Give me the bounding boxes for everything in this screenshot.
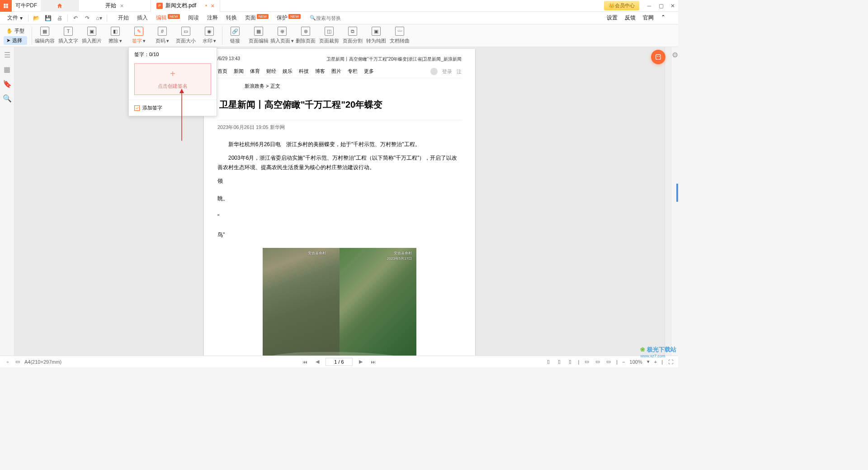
zoom-level[interactable]: 100%: [630, 359, 642, 365]
tool-insert-image[interactable]: ▣插入图片: [80, 27, 104, 44]
resize-handle[interactable]: [676, 184, 678, 202]
home-nav-icon[interactable]: ⌂▾: [95, 14, 103, 22]
print-icon[interactable]: 🖨: [56, 14, 64, 22]
tool-erase[interactable]: ◧擦除▾: [104, 27, 127, 44]
thumbnails-icon[interactable]: ☰: [3, 51, 11, 59]
bookmark-icon[interactable]: 🔖: [3, 80, 11, 88]
nav-item: 娱乐: [283, 68, 292, 75]
vip-button[interactable]: 👑 会员中心: [604, 1, 639, 10]
page-timestamp: /6/29 13:43: [217, 56, 240, 62]
open-icon[interactable]: 📂: [32, 14, 40, 22]
view-mode-2-icon[interactable]: ▯: [556, 359, 562, 365]
signature-icon: ✎: [134, 27, 143, 36]
tab-start[interactable]: 开始 ×: [79, 0, 151, 12]
tool-to-image[interactable]: ▣转为纯图: [364, 27, 388, 44]
canvas[interactable]: /6/29 13:43 卫星新闻丨高空俯瞰"千万工程"20年蝶变|浙江省|卫星新…: [14, 47, 665, 356]
link-icon: 🔗: [231, 27, 240, 36]
page-indicator[interactable]: 1 / 6: [326, 358, 353, 366]
menu-tab-protect[interactable]: 保护NEW: [277, 14, 301, 22]
crop-icon: ◫: [325, 27, 334, 36]
menu-tab-annotate[interactable]: 注释: [207, 14, 218, 22]
hand-tool[interactable]: ✋手型: [4, 27, 27, 35]
menu-tab-convert[interactable]: 转换: [226, 14, 237, 22]
chevron-down-icon: ▾: [119, 38, 122, 44]
menu-tab-page[interactable]: 页面NEW: [245, 14, 269, 22]
layout-1-icon[interactable]: ▭: [584, 359, 590, 365]
ai-fab[interactable]: [651, 50, 665, 64]
tool-page-size[interactable]: ▭页面大小: [174, 27, 198, 44]
page-fit-icon[interactable]: ▫: [5, 359, 11, 365]
scrollbar[interactable]: [665, 47, 671, 356]
search-side-icon[interactable]: 🔍: [3, 94, 11, 102]
file-menu[interactable]: 文件 ▾: [4, 14, 26, 22]
tool-signature[interactable]: ✎签字▾: [127, 27, 151, 44]
select-tool[interactable]: ➤选择: [4, 36, 27, 45]
pdf-page: /6/29 13:43 卫星新闻丨高空俯瞰"千万工程"20年蝶变|浙江省|卫星新…: [204, 49, 475, 356]
menu-official[interactable]: 官网: [643, 14, 654, 22]
tool-to-curves[interactable]: 〰文档转曲: [388, 27, 411, 44]
close-icon[interactable]: ×: [211, 2, 214, 9]
undo-icon[interactable]: ↶: [71, 14, 80, 22]
tool-crop-page[interactable]: ◫页面裁剪: [317, 27, 341, 44]
next-page-button[interactable]: ▶: [357, 359, 364, 365]
grid-icon[interactable]: ▦: [3, 65, 11, 73]
svg-point-1: [657, 56, 658, 57]
last-page-button[interactable]: ⏭: [369, 359, 377, 365]
fullscreen-icon[interactable]: ⛶: [667, 359, 674, 365]
tool-insert-text[interactable]: T插入文字: [57, 27, 80, 44]
zoom-out-button[interactable]: −: [622, 359, 625, 365]
zoom-dropdown-icon[interactable]: ▾: [647, 359, 650, 365]
redo-icon[interactable]: ↷: [83, 14, 91, 22]
left-sidebar: ☰ ▦ 🔖 🔍: [0, 47, 14, 356]
to-image-icon: ▣: [372, 27, 381, 36]
tool-split-page[interactable]: ⧉页面分割: [341, 27, 364, 44]
tool-delete-page[interactable]: ⊗删除页面: [294, 27, 317, 44]
search-input[interactable]: [316, 15, 361, 21]
prev-page-button[interactable]: ◀: [314, 359, 321, 365]
insert-image-icon: ▣: [87, 27, 96, 36]
save-icon[interactable]: 💾: [44, 14, 52, 22]
minimize-button[interactable]: ─: [644, 0, 655, 11]
tool-page-edit[interactable]: ▦页面编辑: [247, 27, 270, 44]
tab-home[interactable]: [41, 0, 79, 12]
tool-insert-page[interactable]: ⊕插入页面▾: [270, 27, 294, 44]
statusbar: ▫ ▭ A4(210×297mm) ⏮ ◀ 1 / 6 ▶ ⏭ ▯ ▯ ▯ | …: [0, 356, 678, 367]
tool-link[interactable]: 🔗链接: [223, 27, 247, 44]
ai-icon: [655, 53, 662, 61]
adjust-icon[interactable]: ⚙: [671, 51, 679, 59]
tool-watermark[interactable]: ◉水印▾: [198, 27, 221, 44]
view-mode-1-icon[interactable]: ▯: [545, 359, 552, 365]
menu-tab-start[interactable]: 开始: [118, 14, 129, 22]
menu-feedback[interactable]: 反馈: [625, 14, 636, 22]
pin-icon[interactable]: •: [205, 3, 207, 9]
hand-icon: ✋: [6, 28, 13, 34]
menu-settings[interactable]: 设置: [607, 14, 618, 22]
tool-edit-content[interactable]: ▦编辑内容: [33, 27, 57, 44]
close-button[interactable]: ✕: [667, 0, 678, 11]
titlebar: 可牛PDF 开始 × P 新闻文档.pdf • × 👑 会员中心 ─ ▢ ✕: [0, 0, 678, 12]
maximize-button[interactable]: ▢: [656, 0, 666, 11]
close-icon[interactable]: ×: [120, 2, 123, 9]
tab-document[interactable]: P 新闻文档.pdf • ×: [151, 0, 220, 12]
menu-tab-read[interactable]: 阅读: [188, 14, 199, 22]
view-mode-3-icon[interactable]: ▯: [567, 359, 573, 365]
search-box[interactable]: 🔍: [310, 15, 361, 21]
first-page-button[interactable]: ⏮: [301, 359, 309, 365]
page-nav: 首页 新闻 体育 财经 娱乐 科技 博客 图片 专栏 更多 登录 注: [217, 65, 462, 78]
tool-page-number[interactable]: #页码▾: [151, 27, 174, 44]
layout-2-icon[interactable]: ▭: [594, 359, 601, 365]
add-handwrite-button[interactable]: 添加签字: [129, 100, 217, 116]
create-signature-button[interactable]: + 点击创建签名: [134, 63, 211, 95]
satellite-image: 安吉县余村 安吉县余村 2023年5月17日: [263, 248, 416, 356]
toolbar: ✋手型 ➤选择 ▦编辑内容 T插入文字 ▣插入图片 ◧擦除▾ ✎签字▾ #页码▾…: [0, 24, 678, 47]
paragraph: 2003年6月，浙江省委启动实施"千村示范、万村整治"工程（以下简称"千万工程"…: [217, 153, 462, 173]
new-badge: NEW: [288, 14, 301, 19]
chevron-down-icon: ▾: [166, 38, 169, 44]
layout-3-icon[interactable]: ▭: [605, 359, 612, 365]
collapse-icon[interactable]: ⌃: [661, 14, 665, 22]
menu-tab-edit[interactable]: 编辑NEW: [156, 14, 180, 22]
zoom-in-button[interactable]: +: [654, 359, 657, 365]
page-icon[interactable]: ▭: [14, 359, 21, 365]
menu-tab-insert[interactable]: 插入: [137, 14, 148, 22]
cursor-icon: ➤: [6, 38, 10, 43]
